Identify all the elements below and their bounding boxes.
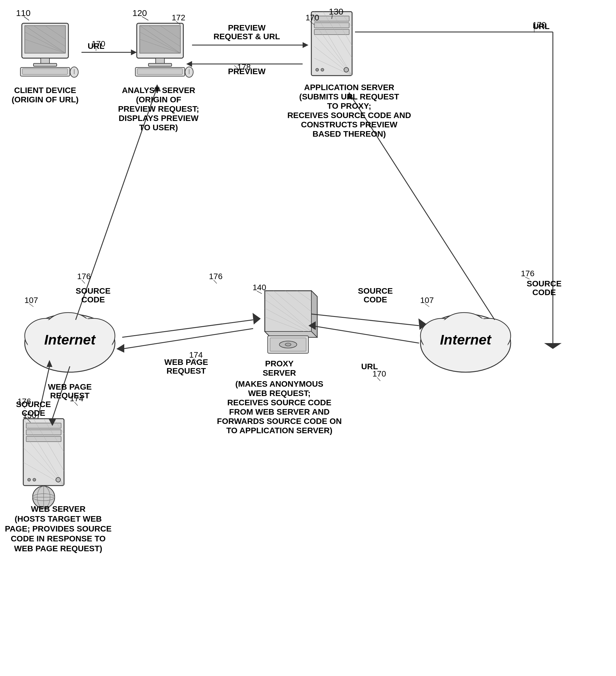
- svg-rect-9: [34, 63, 57, 66]
- svg-text:SERVER: SERVER: [263, 369, 296, 377]
- svg-text:URL: URL: [361, 362, 378, 371]
- svg-text:WEB PAGE: WEB PAGE: [48, 382, 92, 391]
- svg-point-67: [56, 477, 60, 482]
- svg-point-25: [185, 67, 193, 77]
- svg-text:WEB PAGE REQUEST): WEB PAGE REQUEST): [14, 544, 102, 553]
- svg-text:DISPLAYS PREVIEW: DISPLAYS PREVIEW: [119, 114, 199, 123]
- svg-text:130: 130: [329, 7, 343, 16]
- svg-text:REQUEST: REQUEST: [166, 367, 206, 375]
- svg-marker-112: [418, 318, 426, 330]
- svg-line-45: [265, 291, 311, 331]
- svg-line-4: [25, 32, 65, 53]
- svg-text:CLIENT DEVICE: CLIENT DEVICE: [14, 86, 76, 95]
- svg-text:TO PROXY;: TO PROXY;: [327, 102, 371, 110]
- diagram: 110 120 130 170 172 170 178 170 176 107 …: [0, 0, 616, 676]
- svg-point-12: [70, 67, 78, 77]
- svg-line-120: [332, 15, 332, 19]
- svg-point-71: [33, 494, 55, 501]
- svg-text:107: 107: [420, 296, 434, 305]
- svg-point-78: [45, 313, 92, 345]
- svg-text:(HOSTS TARGET WEB: (HOSTS TARGET WEB: [14, 514, 102, 523]
- svg-point-89: [469, 321, 508, 352]
- svg-rect-59: [26, 437, 61, 442]
- svg-rect-11: [22, 69, 67, 74]
- svg-text:CODE: CODE: [364, 295, 387, 304]
- svg-point-83: [420, 314, 511, 372]
- svg-rect-15: [140, 25, 181, 53]
- svg-point-39: [344, 67, 349, 72]
- svg-marker-104: [49, 419, 56, 426]
- svg-line-103: [52, 367, 70, 419]
- svg-line-64: [23, 433, 64, 486]
- svg-marker-43: [311, 291, 317, 337]
- svg-point-70: [33, 486, 55, 508]
- svg-text:RECEIVES SOURCE CODE AND: RECEIVES SOURCE CODE AND: [287, 111, 411, 120]
- svg-text:URL: URL: [533, 22, 550, 31]
- svg-line-101: [122, 329, 253, 349]
- svg-text:178: 178: [237, 62, 251, 71]
- svg-rect-2: [25, 25, 65, 53]
- svg-point-75: [25, 314, 115, 372]
- svg-line-36: [314, 35, 352, 75]
- svg-rect-8: [41, 58, 49, 64]
- svg-line-113: [349, 93, 495, 320]
- svg-line-148: [22, 405, 25, 408]
- svg-rect-28: [314, 16, 349, 21]
- svg-text:170: 170: [532, 20, 546, 30]
- svg-line-107: [75, 87, 157, 320]
- svg-text:BASED THEREON): BASED THEREON): [312, 129, 386, 138]
- svg-point-72: [37, 486, 50, 508]
- svg-line-65: [23, 448, 64, 486]
- svg-line-5: [25, 39, 65, 53]
- svg-point-90: [443, 316, 485, 343]
- svg-marker-110: [253, 313, 261, 325]
- svg-point-85: [467, 318, 511, 353]
- svg-marker-96: [186, 61, 192, 67]
- svg-rect-0: [0, 0, 616, 676]
- svg-line-126: [310, 21, 314, 25]
- svg-text:REQUEST & URL: REQUEST & URL: [214, 32, 280, 41]
- svg-rect-14: [137, 23, 183, 58]
- svg-text:172: 172: [172, 13, 185, 22]
- svg-rect-29: [314, 23, 349, 28]
- svg-point-84: [420, 318, 464, 353]
- svg-text:170: 170: [92, 39, 105, 48]
- svg-line-140: [214, 280, 217, 283]
- svg-text:WEB PAGE: WEB PAGE: [164, 358, 208, 367]
- svg-text:WEB REQUEST;: WEB REQUEST;: [248, 389, 311, 398]
- svg-line-116: [24, 16, 29, 20]
- svg-marker-94: [303, 42, 308, 48]
- svg-text:FORWARDS SOURCE CODE ON: FORWARDS SOURCE CODE ON: [217, 417, 342, 426]
- svg-text:SOURCE: SOURCE: [527, 279, 562, 288]
- svg-text:CODE IN RESPONSE TO: CODE IN RESPONSE TO: [11, 534, 106, 543]
- svg-rect-10: [20, 67, 70, 76]
- svg-rect-22: [148, 63, 172, 66]
- svg-line-48: [297, 291, 311, 301]
- svg-line-136: [425, 303, 429, 307]
- svg-line-142: [82, 280, 85, 283]
- svg-text:140: 140: [253, 283, 266, 292]
- svg-text:Internet: Internet: [44, 332, 96, 347]
- svg-rect-57: [26, 423, 61, 428]
- svg-text:(MAKES ANONYMOUS: (MAKES ANONYMOUS: [236, 380, 323, 388]
- svg-text:CODE: CODE: [22, 408, 45, 417]
- svg-text:120: 120: [133, 8, 147, 18]
- svg-text:CONSTRUCTS PREVIEW: CONSTRUCTS PREVIEW: [301, 120, 398, 129]
- svg-marker-114: [347, 92, 353, 100]
- svg-text:CODE: CODE: [532, 288, 556, 297]
- svg-text:TO USER): TO USER): [139, 123, 178, 132]
- svg-point-88: [423, 321, 462, 352]
- svg-text:(ORIGIN OF URL): (ORIGIN OF URL): [12, 95, 79, 104]
- svg-line-132: [525, 277, 529, 279]
- svg-line-49: [265, 299, 311, 331]
- svg-marker-98: [544, 343, 562, 349]
- svg-point-80: [27, 321, 66, 352]
- svg-line-3: [25, 25, 65, 53]
- svg-text:170: 170: [306, 13, 319, 22]
- svg-text:176: 176: [521, 269, 534, 278]
- svg-text:107: 107: [24, 296, 38, 305]
- svg-rect-27: [311, 12, 352, 75]
- svg-text:PREVIEW: PREVIEW: [228, 23, 266, 32]
- svg-line-138: [257, 291, 262, 294]
- svg-line-66: [23, 462, 64, 486]
